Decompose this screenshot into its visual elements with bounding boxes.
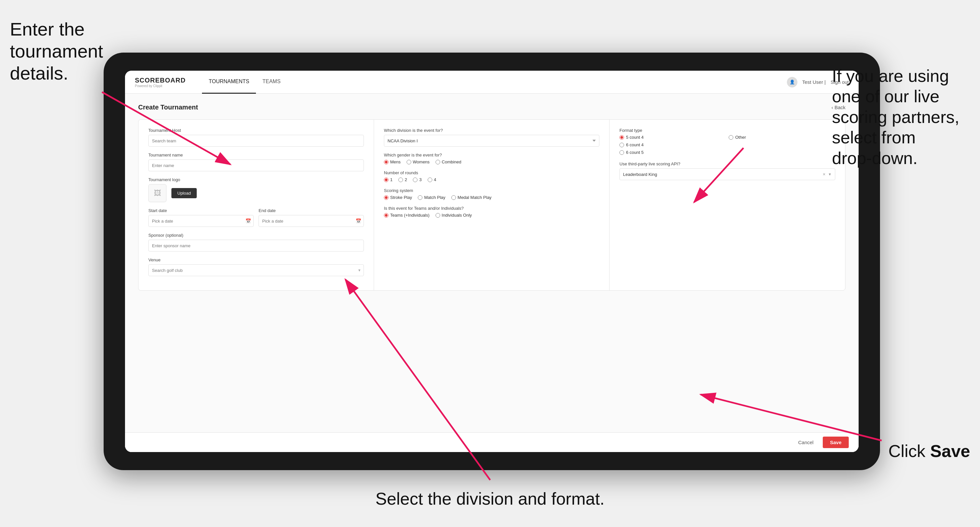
avatar: 👤 [787, 77, 797, 87]
rounds-2-radio[interactable] [398, 178, 403, 182]
rounds-1[interactable]: 1 [384, 177, 393, 182]
navbar: SCOREBOARD Powered by Clippit TOURNAMENT… [125, 71, 859, 94]
format-5count4[interactable]: 5 count 4 [619, 135, 726, 140]
scoring-field: Scoring system Stroke Play Match Play [384, 188, 600, 200]
venue-select-wrap: ▼ [148, 264, 364, 276]
event-type-teams-radio[interactable] [384, 213, 388, 217]
app-logo: SCOREBOARD Powered by Clippit [135, 76, 186, 88]
nav-item-teams[interactable]: TEAMS [256, 71, 287, 94]
calendar-icon-end: 📅 [356, 218, 361, 224]
form-footer: Cancel Save [125, 432, 859, 452]
tournament-logo-field: Tournament logo 🖼 Upload [148, 177, 364, 202]
gender-field: Which gender is the event for? Mens Wome… [384, 152, 600, 164]
end-date-field: End date 📅 [259, 208, 364, 227]
start-date-wrap: 📅 [148, 215, 254, 227]
event-type-label: Is this event for Teams and/or Individua… [384, 206, 600, 211]
rounds-4-label: 4 [434, 177, 436, 182]
event-type-individuals-label: Individuals Only [442, 213, 472, 217]
rounds-2[interactable]: 2 [398, 177, 407, 182]
division-select[interactable]: NCAA Division I [384, 135, 600, 147]
format-6count5-radio[interactable] [619, 150, 624, 155]
rounds-4-radio[interactable] [428, 178, 432, 182]
format-5count4-radio[interactable] [619, 135, 624, 140]
event-type-individuals[interactable]: Individuals Only [436, 213, 472, 217]
form-col-3: Format type 5 count 4 Other [609, 120, 845, 290]
annotation-bottom-center: Select the division and format. [375, 489, 605, 509]
scoring-stroke-play[interactable]: Stroke Play [384, 195, 412, 200]
event-type-teams[interactable]: Teams (+Individuals) [384, 213, 430, 217]
form-col-1: Tournament Host Tournament name Tourname… [138, 120, 374, 290]
start-date-field: Start date 📅 [148, 208, 254, 227]
sponsor-label: Sponsor (optional) [148, 233, 364, 238]
form-col-2: Which division is the event for? NCAA Di… [374, 120, 609, 290]
gender-combined-label: Combined [442, 159, 461, 164]
rounds-field: Number of rounds 1 2 [384, 170, 600, 182]
format-type-field: Format type 5 count 4 Other [619, 128, 835, 155]
tablet-screen: SCOREBOARD Powered by Clippit TOURNAMENT… [125, 71, 859, 452]
calendar-icon-start: 📅 [245, 218, 251, 224]
create-tournament-container: Create Tournament ‹ Back Tournament Host… [125, 94, 859, 432]
format-5count4-label: 5 count 4 [626, 135, 644, 140]
sponsor-input[interactable] [148, 240, 364, 251]
start-date-input[interactable] [148, 215, 254, 227]
logo-placeholder-icon: 🖼 [148, 184, 167, 202]
scoring-medal-match-play[interactable]: Medal Match Play [451, 195, 492, 200]
live-scoring-label: Use third-party live scoring API? [619, 162, 835, 167]
scoring-match-radio[interactable] [418, 195, 422, 200]
venue-field: Venue ▼ [148, 257, 364, 276]
logo-main-text: SCOREBOARD [135, 76, 186, 84]
format-other[interactable]: Other [729, 135, 835, 140]
content-area: Create Tournament ‹ Back Tournament Host… [125, 94, 859, 452]
rounds-3[interactable]: 3 [413, 177, 422, 182]
nav-item-tournaments[interactable]: TOURNAMENTS [202, 71, 256, 94]
sponsor-field: Sponsor (optional) [148, 233, 364, 251]
cancel-button[interactable]: Cancel [793, 437, 819, 448]
venue-input[interactable] [148, 264, 364, 276]
gender-combined-radio[interactable] [436, 160, 440, 164]
division-field: Which division is the event for? NCAA Di… [384, 128, 600, 147]
tournament-name-input[interactable] [148, 159, 364, 171]
rounds-3-radio[interactable] [413, 178, 417, 182]
live-scoring-select-wrap[interactable]: Leaderboard King × ▼ [619, 168, 835, 180]
end-date-wrap: 📅 [259, 215, 364, 227]
event-type-individuals-radio[interactable] [436, 213, 440, 217]
gender-combined[interactable]: Combined [436, 159, 461, 164]
gender-mens[interactable]: Mens [384, 159, 401, 164]
venue-label: Venue [148, 257, 364, 262]
tournament-name-label: Tournament name [148, 152, 364, 157]
format-6count4-radio[interactable] [619, 143, 624, 147]
rounds-4[interactable]: 4 [428, 177, 436, 182]
format-options-row: 5 count 4 Other [619, 135, 835, 140]
gender-mens-radio[interactable] [384, 160, 388, 164]
scoring-stroke-label: Stroke Play [390, 195, 412, 200]
gender-womens[interactable]: Womens [407, 159, 430, 164]
format-6count4[interactable]: 6 count 4 [619, 142, 835, 147]
date-row: Start date 📅 End date [148, 208, 364, 227]
rounds-2-label: 2 [405, 177, 407, 182]
venue-chevron-icon: ▼ [358, 268, 361, 272]
event-type-field: Is this event for Teams and/or Individua… [384, 206, 600, 217]
gender-womens-label: Womens [413, 159, 430, 164]
scoring-stroke-radio[interactable] [384, 195, 388, 200]
format-other-radio[interactable] [729, 135, 733, 140]
rounds-radio-group: 1 2 3 [384, 177, 600, 182]
tablet-frame: SCOREBOARD Powered by Clippit TOURNAMENT… [103, 52, 880, 470]
scoring-medal-radio[interactable] [451, 195, 456, 200]
gender-radio-group: Mens Womens Combined [384, 159, 600, 164]
rounds-label: Number of rounds [384, 170, 600, 175]
end-date-input[interactable] [259, 215, 364, 227]
gender-womens-radio[interactable] [407, 160, 411, 164]
scoring-match-play[interactable]: Match Play [418, 195, 445, 200]
annotation-top-left: Enter thetournamentdetails. [10, 18, 103, 84]
format-6count5[interactable]: 6 count 5 [619, 150, 835, 155]
user-name: Test User | [802, 79, 826, 85]
card-header: Create Tournament ‹ Back [138, 103, 845, 111]
live-scoring-value: Leaderboard King [623, 172, 823, 177]
format-6count5-label: 6 count 5 [626, 150, 644, 155]
save-button[interactable]: Save [823, 437, 849, 448]
rounds-1-radio[interactable] [384, 178, 388, 182]
live-scoring-clear-icon[interactable]: × [823, 171, 826, 177]
upload-button[interactable]: Upload [172, 188, 197, 198]
tournament-host-input[interactable] [148, 135, 364, 147]
format-type-label: Format type [619, 128, 835, 133]
